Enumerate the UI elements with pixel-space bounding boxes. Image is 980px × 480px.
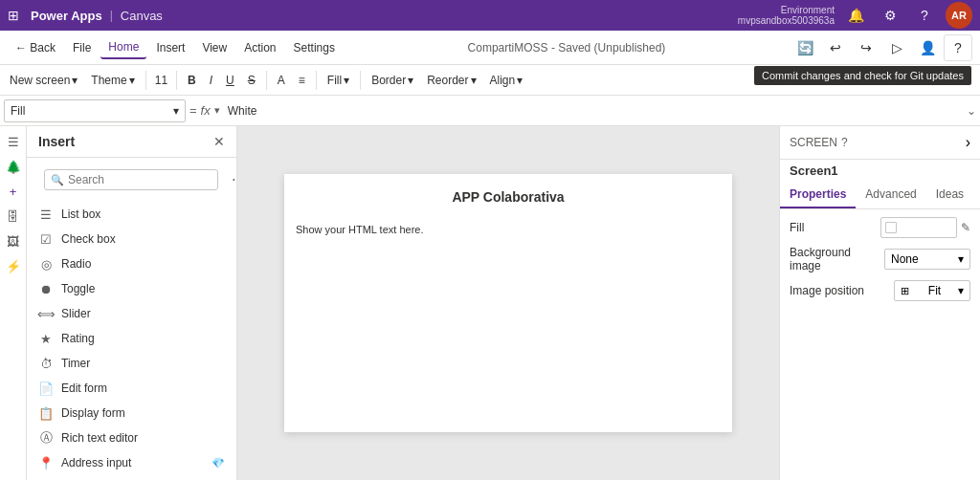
expand-icon[interactable]: ›	[966, 134, 970, 151]
file-menu[interactable]: File	[65, 37, 99, 58]
background-image-label: Background image	[790, 246, 884, 273]
insert-item-timer[interactable]: ⏱ Timer	[27, 351, 236, 376]
formula-expand[interactable]: ⌄	[967, 104, 976, 118]
underline-button[interactable]: U	[220, 72, 240, 89]
equals-sign: =	[189, 103, 197, 118]
address-label: Address input	[61, 456, 131, 469]
image-position-value: Fit	[928, 284, 941, 297]
background-image-chevron: ▾	[958, 252, 964, 266]
insert-item-address[interactable]: 📍 Address input 💎	[27, 450, 236, 475]
insert-item-list-box[interactable]: ☰ List box	[27, 202, 236, 227]
tab-advanced[interactable]: Advanced	[856, 182, 925, 208]
redo-button[interactable]: ↪	[852, 34, 880, 61]
view-menu[interactable]: View	[194, 37, 234, 58]
play-button[interactable]: ▷	[882, 34, 911, 61]
border-label: Border	[371, 74, 406, 87]
left-data-icon[interactable]: 🗄	[2, 205, 25, 228]
insert-item-check-box[interactable]: ☑ Check box	[27, 227, 236, 251]
canvas-frame[interactable]: APP Colaborativa Show your HTML text her…	[284, 174, 732, 432]
home-menu[interactable]: Home	[100, 36, 146, 59]
new-screen-label: New screen	[10, 74, 70, 87]
align-button[interactable]: Align ▾	[484, 72, 529, 89]
insert-item-radio[interactable]: ◎ Radio	[27, 251, 236, 276]
action-menu[interactable]: Action	[236, 37, 283, 58]
property-dropdown[interactable]: Fill ▾	[4, 99, 186, 122]
search-input[interactable]	[68, 173, 212, 186]
fill-edit-button[interactable]: ✎	[961, 221, 970, 234]
settings-icon[interactable]: ⚙	[877, 2, 903, 29]
left-tree-icon[interactable]: 🌲	[2, 155, 25, 178]
insert-item-rich-text[interactable]: Ⓐ Rich text editor	[27, 425, 236, 450]
strikethrough-button[interactable]: S	[242, 72, 261, 89]
background-image-select[interactable]: None ▾	[884, 249, 970, 270]
toggle-label: Toggle	[61, 282, 95, 295]
sync-icon[interactable]: 🔄	[791, 34, 819, 61]
back-button[interactable]: ← Back	[8, 37, 63, 58]
property-value: Fill	[11, 104, 25, 118]
commit-button[interactable]: ? Commit changes and check for Git updat…	[944, 34, 972, 61]
toolbar-sep1	[145, 71, 146, 90]
left-power-icon[interactable]: ⚡	[2, 254, 25, 277]
fill-button[interactable]: Fill ▾	[322, 72, 355, 89]
align-label: Align	[490, 74, 516, 87]
image-position-chevron: ▾	[958, 284, 964, 297]
image-position-select[interactable]: ⊞ Fit ▾	[894, 280, 970, 301]
share-button[interactable]: 👤	[913, 34, 942, 61]
rich-text-label: Rich text editor	[61, 431, 138, 445]
tab-properties[interactable]: Properties	[780, 182, 856, 208]
bold-button[interactable]: B	[182, 72, 202, 89]
italic-button[interactable]: I	[204, 72, 218, 89]
fx-label: fx	[201, 103, 211, 118]
settings-menu[interactable]: Settings	[286, 37, 343, 58]
insert-item-list: ☰ List box ☑ Check box ◎ Radio ⏺ Toggle …	[27, 202, 236, 480]
avatar[interactable]: AR	[946, 2, 972, 29]
screen-label: SCREEN ?	[790, 136, 848, 149]
menu-bar: ← Back File Home Insert View Action Sett…	[0, 31, 980, 65]
check-box-label: Check box	[61, 232, 116, 246]
timer-label: Timer	[61, 357, 90, 370]
title-bar-right: Environment mvpsandbox5003963a 🔔 ⚙ ? AR	[738, 2, 972, 29]
insert-item-rating[interactable]: ★ Rating	[27, 326, 236, 351]
formula-bar: Fill ▾ = fx ▾ ⌄	[0, 96, 980, 126]
right-panel-header: SCREEN ? ›	[780, 126, 980, 160]
reorder-button[interactable]: Reorder ▾	[421, 72, 481, 89]
insert-panel: Insert ✕ 🔍 ⋯ ☰ List box ☑ Check box ◎ Ra…	[27, 126, 237, 480]
display-form-label: Display form	[61, 406, 125, 420]
border-button[interactable]: Border ▾	[366, 72, 419, 89]
slider-label: Slider	[61, 307, 91, 320]
left-media-icon[interactable]: 🖼	[2, 229, 25, 252]
panel-content: Fill ✎ Background image None ▾ Image po	[780, 209, 980, 316]
insert-item-slider[interactable]: ⟺ Slider	[27, 301, 236, 326]
new-screen-button[interactable]: New screen ▾	[4, 72, 83, 89]
fill-label: Fill	[327, 74, 342, 87]
panel-tabs: Properties Advanced Ideas	[780, 182, 980, 209]
help-icon[interactable]: ?	[911, 2, 938, 29]
insert-menu[interactable]: Insert	[148, 37, 192, 58]
insert-panel-close[interactable]: ✕	[213, 134, 225, 149]
theme-label: Theme	[91, 74, 126, 87]
align-text-button[interactable]: ≡	[293, 72, 311, 89]
screen-help-icon[interactable]: ?	[841, 136, 848, 149]
fill-row: Fill ✎	[790, 217, 970, 238]
list-box-icon: ☰	[38, 207, 54, 222]
screen-title: Screen1	[780, 160, 980, 182]
commit-tooltip: Commit changes and check for Git updates	[754, 66, 971, 85]
canvas-area: APP Colaborativa Show your HTML text her…	[237, 126, 779, 480]
display-section-label[interactable]: ▾ Display	[27, 475, 236, 480]
theme-button[interactable]: Theme ▾	[85, 72, 140, 89]
fill-color-picker[interactable]	[880, 217, 957, 238]
edit-form-label: Edit form	[61, 382, 107, 395]
fx-chevron[interactable]: ▾	[214, 104, 220, 117]
title-bar: ⊞ Power Apps | Canvas Environment mvpsan…	[0, 0, 980, 31]
insert-item-toggle[interactable]: ⏺ Toggle	[27, 276, 236, 301]
formula-input[interactable]	[224, 102, 963, 120]
new-screen-chevron: ▾	[72, 74, 78, 87]
tab-ideas[interactable]: Ideas	[926, 182, 973, 208]
insert-item-edit-form[interactable]: 📄 Edit form	[27, 376, 236, 401]
font-color-button[interactable]: A	[272, 72, 291, 89]
left-menu-icon[interactable]: ☰	[2, 130, 25, 153]
insert-item-display-form[interactable]: 📋 Display form	[27, 401, 236, 425]
notification-icon[interactable]: 🔔	[842, 2, 869, 29]
undo-button[interactable]: ↩	[821, 34, 850, 61]
left-insert-icon[interactable]: +	[2, 180, 25, 203]
